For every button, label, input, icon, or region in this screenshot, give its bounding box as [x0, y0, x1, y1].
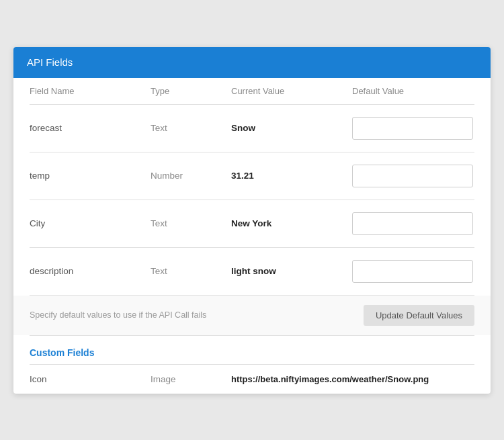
current-value-description: light snow [231, 266, 352, 276]
default-value-temp-cell [352, 165, 474, 187]
field-name-city: City [30, 218, 151, 228]
table-row: City Text New York [13, 200, 491, 247]
custom-field-type-icon: Image [151, 374, 231, 384]
field-type-description: Text [151, 266, 231, 276]
custom-field-value-icon: https://beta.niftyimages.com/weather/Sno… [231, 374, 474, 384]
card-title: API Fields [27, 56, 73, 68]
table-row: description Text light snow [13, 248, 491, 295]
default-value-description-cell [352, 260, 474, 283]
table-row: forecast Text Snow [13, 105, 491, 152]
default-value-city-input[interactable] [352, 212, 473, 235]
api-fields-card: API Fields Field Name Type Current Value… [13, 47, 491, 394]
current-value-city: New York [231, 218, 352, 228]
field-name-description: description [30, 266, 151, 276]
default-value-temp-input[interactable] [352, 165, 473, 187]
custom-fields-title: Custom Fields [30, 347, 94, 358]
field-type-temp: Number [151, 171, 231, 181]
default-value-forecast-cell [352, 117, 474, 140]
col-header-default-value: Default Value [352, 86, 474, 96]
custom-fields-row: Icon Image https://beta.niftyimages.com/… [13, 365, 491, 394]
field-name-forecast: forecast [30, 123, 151, 133]
table-row: temp Number 31.21 [13, 152, 491, 200]
col-header-field-name: Field Name [30, 86, 151, 96]
field-type-city: Text [151, 218, 231, 228]
default-value-description-input[interactable] [352, 260, 473, 283]
current-value-temp: 31.21 [231, 171, 352, 181]
field-name-temp: temp [30, 171, 151, 181]
footer-row: Specify default values to use if the API… [13, 296, 491, 335]
custom-field-name-icon: Icon [30, 374, 151, 384]
col-header-current-value: Current Value [231, 86, 352, 96]
custom-fields-section: Custom Fields [13, 336, 491, 364]
footer-hint: Specify default values to use if the API… [30, 310, 206, 320]
card-header: API Fields [13, 47, 491, 78]
col-header-type: Type [151, 86, 231, 96]
field-type-forecast: Text [151, 123, 231, 133]
default-value-city-cell [352, 212, 474, 235]
card-body: Field Name Type Current Value Default Va… [13, 78, 491, 394]
update-default-values-button[interactable]: Update Default Values [364, 305, 474, 326]
table-header: Field Name Type Current Value Default Va… [13, 78, 491, 104]
current-value-forecast: Snow [231, 123, 352, 133]
default-value-forecast-input[interactable] [352, 117, 473, 140]
